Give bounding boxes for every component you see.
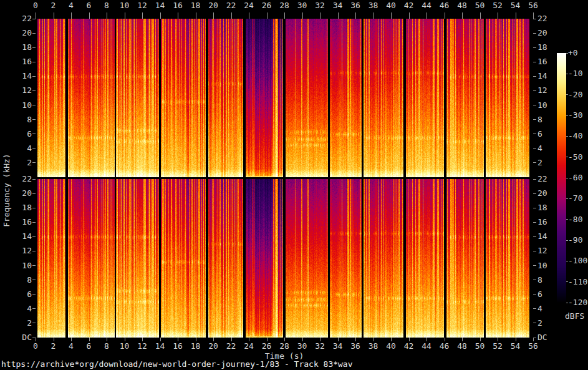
y-tick-mark [533, 323, 536, 323]
y-tick-label: 22 [537, 175, 547, 183]
y-tick-mark [533, 338, 536, 338]
x-tick-label: 20 [208, 342, 218, 351]
y-tick-label: 8 [0, 276, 32, 285]
x-tick-label: 10 [120, 342, 130, 351]
colorbar-tick-mark [566, 261, 568, 261]
x-tick-label: 0 [33, 342, 38, 351]
y-tick-label: 6 [537, 130, 542, 139]
y-tick-label: 8 [537, 115, 542, 124]
x-tick-mark [178, 338, 178, 341]
y-tick-mark [533, 208, 536, 208]
colorbar-tick-label: -20 [568, 90, 582, 99]
x-tick-mark [320, 338, 321, 341]
y-tick-label: 2 [537, 158, 542, 167]
x-tick-label: 40 [386, 1, 396, 10]
x-tick-label: 20 [208, 1, 218, 10]
x-tick-label: 4 [69, 1, 74, 10]
y-tick-mark [533, 47, 536, 48]
x-tick-mark [355, 12, 356, 19]
y-tick-label: 6 [0, 130, 32, 139]
x-tick-mark [54, 338, 54, 341]
y-tick-label: DC [537, 333, 547, 342]
x-tick-label: 36 [350, 342, 360, 351]
y-tick-label: 12 [0, 86, 32, 95]
x-tick-mark [391, 12, 392, 19]
y-tick-label: 2 [537, 319, 542, 328]
x-tick-label: 30 [297, 1, 307, 10]
y-tick-mark [533, 236, 536, 237]
x-tick-label: 34 [333, 342, 343, 351]
x-tick-mark [391, 338, 392, 341]
y-tick-label: 16 [537, 57, 547, 66]
y-tick-mark [533, 62, 536, 62]
colorbar-tick-mark [566, 94, 568, 95]
x-tick-mark [427, 12, 427, 19]
y-tick-label: 14 [537, 232, 547, 241]
x-tick-label: 28 [279, 1, 289, 10]
x-tick-mark [178, 12, 178, 19]
y-tick-label: 18 [0, 43, 32, 52]
x-tick-mark [54, 12, 54, 19]
y-tick-mark [533, 76, 536, 77]
x-tick-label: 16 [173, 342, 183, 351]
y-tick-mark [32, 19, 36, 19]
y-tick-mark [32, 338, 36, 338]
x-tick-label: 12 [137, 1, 147, 10]
x-tick-mark [196, 338, 196, 341]
x-tick-label: 52 [493, 342, 503, 351]
x-tick-label: 46 [440, 342, 450, 351]
x-tick-mark [107, 338, 107, 341]
colorbar-tick-label: -100 [568, 256, 587, 265]
y-tick-mark [533, 308, 536, 309]
x-tick-mark [320, 12, 321, 19]
y-tick-mark [32, 193, 36, 194]
x-tick-label: 38 [369, 342, 378, 351]
y-tick-label: 4 [537, 144, 542, 153]
x-tick-label: 22 [226, 342, 236, 351]
frequency-axis-label: Frequency (kHz) [2, 153, 11, 226]
x-tick-mark [409, 338, 410, 341]
x-tick-label: 26 [262, 1, 272, 10]
y-tick-label: 16 [537, 218, 547, 226]
x-tick-mark [267, 338, 267, 341]
x-tick-mark [338, 12, 339, 19]
colorbar-tick-mark [566, 303, 568, 303]
y-tick-mark [32, 90, 36, 91]
x-tick-mark [445, 12, 445, 19]
x-tick-label: 34 [333, 1, 343, 10]
x-tick-mark [125, 12, 125, 19]
x-tick-mark [480, 12, 481, 19]
y-tick-label: 6 [537, 290, 542, 299]
x-tick-mark [516, 12, 516, 19]
y-tick-label: 22 [0, 14, 32, 23]
x-tick-mark [445, 338, 445, 341]
y-tick-label: 16 [0, 57, 32, 66]
colorbar-tick-label: -50 [568, 153, 582, 162]
y-tick-mark [32, 294, 36, 295]
y-tick-label: 12 [537, 86, 547, 95]
y-tick-label: 20 [537, 29, 547, 37]
y-tick-mark [32, 162, 36, 163]
x-tick-mark [480, 338, 481, 341]
x-tick-mark [89, 338, 90, 341]
x-tick-label: 56 [528, 1, 538, 10]
colorbar-tick-label: +0 [568, 49, 578, 57]
x-tick-label: 18 [191, 1, 201, 10]
y-tick-mark [32, 76, 36, 77]
y-tick-label: 2 [0, 319, 32, 328]
y-tick-mark [32, 265, 36, 266]
y-tick-mark [533, 148, 536, 148]
y-tick-label: 10 [0, 101, 32, 110]
y-tick-mark [32, 208, 36, 208]
x-tick-label: 30 [297, 342, 307, 351]
x-tick-mark [409, 12, 410, 19]
x-tick-mark [249, 12, 249, 19]
y-tick-mark [32, 62, 36, 62]
x-tick-label: 32 [315, 342, 325, 351]
x-tick-mark [302, 12, 303, 19]
x-tick-mark [36, 12, 36, 19]
y-tick-label: 12 [537, 246, 547, 255]
y-tick-mark [533, 90, 536, 91]
y-tick-label: 18 [537, 43, 547, 52]
x-tick-mark [231, 12, 232, 19]
